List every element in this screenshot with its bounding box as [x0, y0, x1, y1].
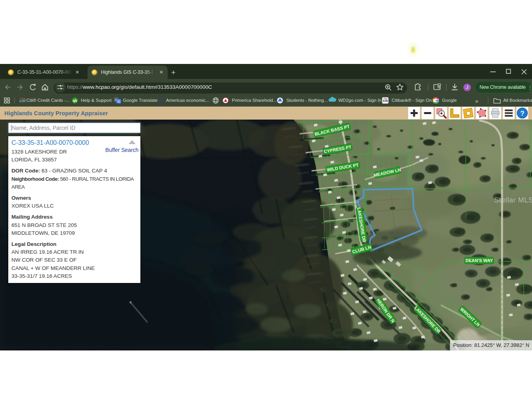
svg-text:T: T	[158, 97, 162, 104]
svg-text:?: ?	[520, 110, 524, 117]
svg-text:qb: qb	[73, 99, 77, 103]
svg-text:G: G	[118, 99, 120, 103]
svg-text:citi: citi	[383, 99, 388, 103]
